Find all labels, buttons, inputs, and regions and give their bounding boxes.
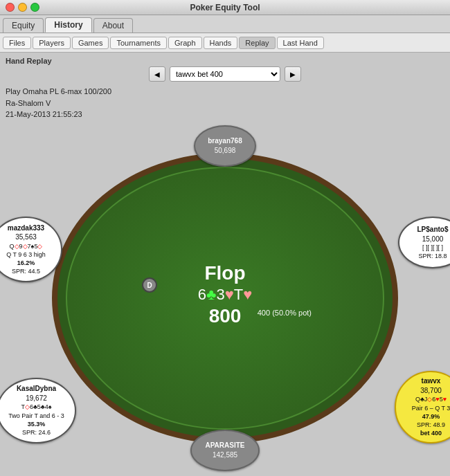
window-title: Poker Equity Tool [190,3,260,12]
flop-label: Flop [198,262,253,284]
game-date: 21-May-2013 21:55:23 [6,109,444,120]
tab-files[interactable]: Files [3,37,31,49]
seat-bottom-left: KasalDybna 19,672 T◇6♣5♣4♠ Two Pair T an… [0,378,76,443]
bet-info: 400 (50.0% pot) [258,309,312,317]
player-aparasite: APARASITE 142,585 [190,430,260,471]
hand-replay-label: Hand Replay [6,57,444,65]
tab-players[interactable]: Players [33,37,71,49]
primary-tab-bar: Equity History About [0,15,450,33]
seat-left: mazdak333 35,563 Q◇9◇7♠5◇ Q T 9 6 3 high… [0,217,62,282]
player-kasaldybna: KasalDybna 19,672 T◇6♣5♣4♠ Two Pair T an… [0,378,76,443]
poker-table: Flop 6♣3♥T♥ 800 400 (50.0% pot) D brayan… [52,153,398,443]
center-info: Flop 6♣3♥T♥ 800 [198,262,253,327]
minimize-button[interactable] [18,3,27,12]
player-tawvx: tawvx 38,700 Q♣J◇6♥5♥ Pair 6 – Q T 3 47.… [395,371,450,443]
seat-right: LP$anto$ 15,000 [ ][ ][ ][ ] SPR: 18.8 [398,217,450,268]
next-button[interactable]: ▶ [285,66,301,82]
pot-amount: 800 [198,305,253,327]
game-info: Play Omaha PL 6-max 100/200 Ra-Shalom V … [6,86,444,120]
game-type: Play Omaha PL 6-max 100/200 [6,86,444,98]
tab-equity[interactable]: Equity [3,18,44,33]
replay-navigation: ◀ tawvx bet 400 ▶ [6,66,444,82]
game-name: Ra-Shalom V [6,98,444,109]
tab-last-hand[interactable]: Last Hand [277,37,324,49]
player-mazdak333: mazdak333 35,563 Q◇9◇7♠5◇ Q T 9 6 3 high… [0,217,62,282]
tab-about[interactable]: About [93,18,133,33]
player-brayan768: brayan768 50,698 [194,125,256,167]
action-select[interactable]: tawvx bet 400 [170,66,280,82]
seat-bottom-right: tawvx 38,700 Q♣J◇6♥5♥ Pair 6 – Q T 3 47.… [395,371,450,443]
tab-history[interactable]: History [45,17,91,33]
player-lpsanto: LP$anto$ 15,000 [ ][ ][ ][ ] SPR: 18.8 [398,217,450,268]
table-area: Flop 6♣3♥T♥ 800 400 (50.0% pot) D brayan… [6,125,444,473]
main-content: Hand Replay ◀ tawvx bet 400 ▶ Play Omaha… [0,53,450,476]
seat-bottom: APARASITE 142,585 [190,430,260,471]
tab-replay[interactable]: Replay [239,37,275,49]
flop-cards: 6♣3♥T♥ [198,286,253,304]
tab-graph[interactable]: Graph [168,37,202,49]
seat-top: brayan768 50,698 [194,125,256,167]
tab-tournaments[interactable]: Tournaments [110,37,167,49]
tab-hands[interactable]: Hands [204,37,238,49]
secondary-tab-bar: Files Players Games Tournaments Graph Ha… [0,33,450,53]
maximize-button[interactable] [30,3,39,12]
tab-games[interactable]: Games [72,37,109,49]
title-bar: Poker Equity Tool [0,0,450,15]
window-controls [6,3,39,12]
close-button[interactable] [6,3,15,12]
prev-button[interactable]: ◀ [149,66,165,82]
